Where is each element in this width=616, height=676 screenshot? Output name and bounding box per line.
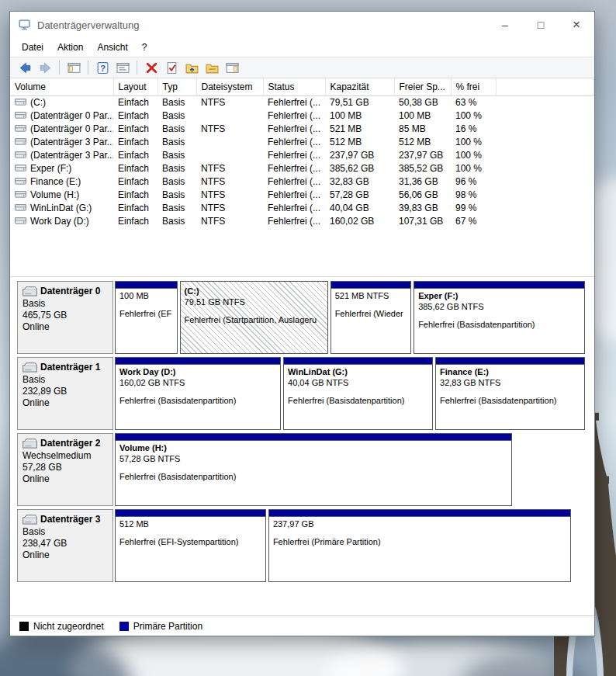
- volume-name: Finance (E:): [30, 176, 81, 187]
- cell: NTFS: [196, 161, 263, 175]
- disk-status: Online: [22, 321, 108, 333]
- partition[interactable]: 100 MBFehlerfrei (EF: [115, 281, 178, 354]
- menu-item-datei[interactable]: Datei: [15, 39, 50, 56]
- cell: Fehlerfrei (...: [263, 148, 325, 161]
- cell: NTFS: [196, 201, 263, 214]
- maximize-button[interactable]: □: [523, 12, 559, 38]
- partition-status: Fehlerfrei (EF: [119, 308, 173, 319]
- folder-up-icon[interactable]: [182, 59, 201, 76]
- volume-row[interactable]: (Datenträger 0 Par...EinfachBasisFehlerf…: [10, 109, 594, 122]
- disk-info-panel[interactable]: Datenträger 3Basis238,47 GBOnline: [17, 509, 113, 582]
- volume-row[interactable]: (Datenträger 3 Par...EinfachBasisFehlerf…: [10, 148, 594, 161]
- partition[interactable]: 521 MB NTFSFehlerfrei (Wieder: [330, 281, 411, 354]
- cell: Basis: [157, 201, 196, 214]
- partition-status: Fehlerfrei (Primäre Partition): [273, 536, 566, 547]
- partition[interactable]: 237,97 GBFehlerfrei (Primäre Partition): [268, 509, 571, 582]
- disk-status: Online: [22, 397, 108, 409]
- cell: 63 %: [451, 95, 496, 109]
- column-header-7[interactable]: Freier Sp...: [394, 78, 451, 95]
- disk-type: Basis: [22, 526, 108, 538]
- properties-window-icon[interactable]: [113, 59, 132, 76]
- console-tree-icon[interactable]: [64, 59, 83, 76]
- cell: Einfach: [113, 201, 157, 214]
- volume-row[interactable]: WinLinDat (G:)EinfachBasisNTFSFehlerfrei…: [10, 201, 594, 214]
- volume-row[interactable]: Exper (F:)EinfachBasisNTFSFehlerfrei (..…: [10, 161, 594, 175]
- cell: Basis: [157, 109, 196, 122]
- cell: Fehlerfrei (...: [263, 109, 325, 122]
- partition-size: 160,02 GB NTFS: [119, 377, 276, 388]
- help-icon[interactable]: ?: [93, 59, 112, 76]
- column-header-6[interactable]: Kapazität: [325, 78, 394, 95]
- partition-body: Volume (H:)57,28 GB NTFSFehlerfrei (Basi…: [116, 441, 511, 505]
- cell: Einfach: [113, 175, 157, 188]
- volume-row[interactable]: Volume (H:)EinfachBasisNTFSFehlerfrei (.…: [10, 188, 594, 201]
- cell-filler: [496, 201, 594, 214]
- partition[interactable]: Finance (E:)32,83 GB NTFSFehlerfrei (Bas…: [435, 357, 585, 430]
- menu-item-aktion[interactable]: Aktion: [50, 39, 90, 56]
- delete-volume-icon[interactable]: [142, 59, 161, 76]
- action-pane-icon[interactable]: [223, 59, 241, 76]
- legend-bar: Nicht zugeordnetPrimäre Partition: [10, 615, 594, 636]
- volume-cell: WinLinDat (G:): [10, 201, 113, 214]
- partition-color-bar: [269, 510, 570, 517]
- close-button[interactable]: ×: [559, 12, 594, 38]
- cell: Einfach: [113, 214, 157, 227]
- column-header-5[interactable]: Status: [263, 78, 325, 95]
- menu-item-ansicht[interactable]: Ansicht: [90, 39, 134, 56]
- drive-icon: [15, 151, 26, 159]
- volume-row[interactable]: Finance (E:)EinfachBasisNTFSFehlerfrei (…: [10, 175, 594, 188]
- partition-color-bar: [116, 434, 511, 441]
- partition-name: Volume (H:): [119, 442, 507, 453]
- partition-color-bar: [331, 282, 410, 289]
- column-header-8[interactable]: % frei: [451, 78, 496, 95]
- cell-filler: [496, 135, 594, 148]
- title-bar[interactable]: Datenträgerverwaltung – □ ×: [10, 12, 594, 38]
- cell: Fehlerfrei (...: [263, 122, 325, 135]
- volume-row[interactable]: (Datenträger 3 Par...EinfachBasisFehlerf…: [10, 135, 594, 148]
- partition-size: 40,04 GB NTFS: [288, 377, 428, 388]
- volume-row[interactable]: (Datenträger 0 Par...EinfachBasisNTFSFeh…: [10, 122, 594, 135]
- menu-item-help[interactable]: ?: [135, 39, 154, 56]
- cell-filler: [496, 161, 594, 175]
- partition-strip: Volume (H:)57,28 GB NTFSFehlerfrei (Basi…: [115, 433, 587, 506]
- partition-size: 237,97 GB: [273, 518, 566, 529]
- partition-body: 521 MB NTFSFehlerfrei (Wieder: [331, 289, 410, 353]
- legend-label: Nicht zugeordnet: [33, 621, 104, 632]
- cell: 57,28 GB: [325, 188, 394, 201]
- forward-icon[interactable]: [36, 59, 54, 76]
- partition[interactable]: Exper (F:)385,62 GB NTFSFehlerfrei (Basi…: [414, 281, 585, 354]
- partition[interactable]: Volume (H:)57,28 GB NTFSFehlerfrei (Basi…: [115, 433, 512, 506]
- column-header-3[interactable]: Typ: [157, 78, 196, 95]
- partition[interactable]: (C:)79,51 GB NTFSFehlerfrei (Startpartit…: [180, 281, 328, 354]
- cell: 67 %: [451, 214, 496, 227]
- cell: [196, 148, 263, 161]
- column-header-4[interactable]: Dateisystem: [196, 78, 263, 95]
- disk-info-panel[interactable]: Datenträger 1Basis232,89 GBOnline: [17, 357, 113, 430]
- partition-size: 385,62 GB NTFS: [418, 301, 580, 312]
- volume-row[interactable]: (C:)EinfachBasisNTFSFehlerfrei (...79,51…: [10, 95, 594, 109]
- cell: Basis: [157, 95, 196, 109]
- partition[interactable]: Work Day (D:)160,02 GB NTFSFehlerfrei (B…: [115, 357, 281, 430]
- cell-filler: [496, 95, 594, 109]
- volume-cell: Work Day (D:): [10, 214, 113, 227]
- partition-body: 237,97 GBFehlerfrei (Primäre Partition): [269, 517, 570, 581]
- disk-info-panel[interactable]: Datenträger 0Basis465,75 GBOnline: [17, 281, 113, 354]
- partition-status: Fehlerfrei (Startpartition, Auslageru: [185, 314, 324, 325]
- partition[interactable]: 512 MBFehlerfrei (EFI-Systempartition): [115, 509, 266, 582]
- disk-info-panel[interactable]: Datenträger 2Wechselmedium57,28 GBOnline: [17, 433, 113, 506]
- volume-name: Exper (F:): [30, 163, 71, 174]
- partition[interactable]: WinLinDat (G:)40,04 GB NTFSFehlerfrei (B…: [283, 357, 433, 430]
- back-icon[interactable]: [16, 59, 34, 76]
- minimize-button[interactable]: –: [487, 12, 523, 38]
- column-header-2[interactable]: Layout: [113, 78, 157, 95]
- volume-row[interactable]: Work Day (D:)EinfachBasisNTFSFehlerfrei …: [10, 214, 594, 227]
- open-folder-icon[interactable]: [202, 59, 221, 76]
- partition-size: 32,83 GB NTFS: [440, 377, 580, 388]
- cell: 96 %: [451, 175, 496, 188]
- column-header-1[interactable]: Volume: [10, 78, 113, 95]
- cell: 100 MB: [394, 109, 451, 122]
- check-disk-icon[interactable]: [162, 59, 181, 76]
- cell: Fehlerfrei (...: [263, 175, 325, 188]
- partition-body: WinLinDat (G:)40,04 GB NTFSFehlerfrei (B…: [284, 365, 432, 429]
- disk-name: Datenträger 2: [40, 437, 100, 450]
